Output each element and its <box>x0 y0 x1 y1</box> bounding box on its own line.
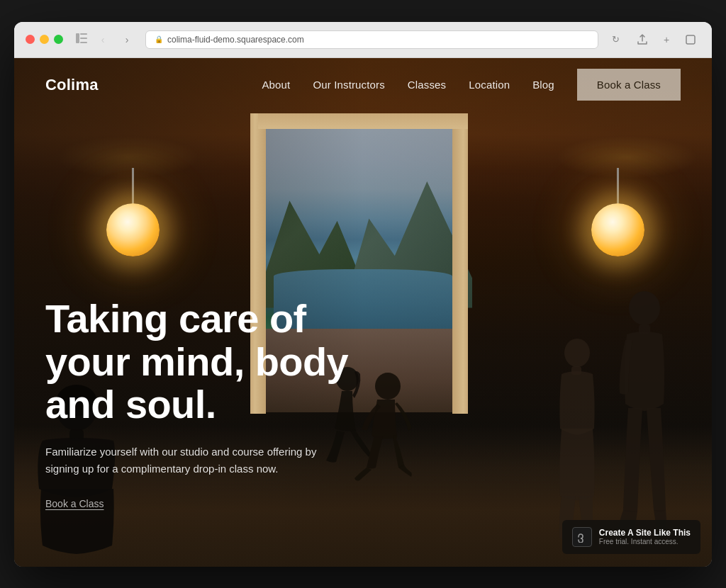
squarespace-text: Create A Site Like This Free trial. Inst… <box>599 528 691 545</box>
browser-titlebar: ‹ › 🔒 colima-fluid-demo.squarespace.com … <box>14 22 712 58</box>
badge-title: Create A Site Like This <box>599 528 691 538</box>
door-frame-top <box>258 113 468 129</box>
pendant-light-right <box>591 168 644 256</box>
nav-links: About Our Instructors Classes Location B… <box>262 69 681 101</box>
badge-subtitle: Free trial. Instant access. <box>599 538 691 545</box>
minimize-button[interactable] <box>40 35 49 44</box>
pendant-cord-left <box>132 168 134 203</box>
book-class-nav-button[interactable]: Book a Class <box>577 69 681 101</box>
tabs-button[interactable] <box>681 31 700 48</box>
lock-icon: 🔒 <box>155 35 163 43</box>
browser-traffic-lights <box>26 35 63 44</box>
browser-actions: + <box>632 31 700 48</box>
book-class-hero-link[interactable]: Book a Class <box>45 498 104 509</box>
squarespace-badge[interactable]: Create A Site Like This Free trial. Inst… <box>562 520 700 554</box>
squarespace-logo <box>572 527 592 547</box>
svg-rect-3 <box>80 42 87 43</box>
browser-window: ‹ › 🔒 colima-fluid-demo.squarespace.com … <box>14 22 712 567</box>
hero-title: Taking care of your mind, body and soul. <box>45 298 386 426</box>
hero-content: Taking care of your mind, body and soul.… <box>45 298 386 509</box>
site-logo[interactable]: Colima <box>45 76 99 94</box>
nav-link-about[interactable]: About <box>262 79 290 91</box>
nav-link-location[interactable]: Location <box>469 79 510 91</box>
svg-rect-1 <box>80 33 87 35</box>
svg-point-10 <box>629 291 660 325</box>
maximize-button[interactable] <box>54 35 63 44</box>
url-text: colima-fluid-demo.squarespace.com <box>167 35 304 45</box>
new-tab-button[interactable]: + <box>657 31 676 48</box>
nav-link-instructors[interactable]: Our Instructors <box>313 79 384 91</box>
nav-link-classes[interactable]: Classes <box>408 79 446 91</box>
pendant-cord-right <box>617 168 619 203</box>
sidebar-icon[interactable] <box>74 31 89 45</box>
website-content: Colima About Our Instructors Classes Loc… <box>14 58 712 567</box>
pendant-globe-left <box>106 203 160 256</box>
pendant-light-left <box>106 168 160 256</box>
svg-rect-4 <box>686 35 695 44</box>
refresh-button[interactable]: ↻ <box>607 31 624 48</box>
share-button[interactable] <box>632 31 652 48</box>
forward-button[interactable]: › <box>117 31 137 48</box>
close-button[interactable] <box>26 35 35 44</box>
browser-nav-buttons: ‹ › <box>74 31 137 48</box>
svg-point-12 <box>564 339 590 367</box>
url-bar[interactable]: 🔒 colima-fluid-demo.squarespace.com <box>145 30 598 49</box>
pendant-globe-right <box>591 203 644 256</box>
svg-rect-2 <box>80 38 87 39</box>
back-button[interactable]: ‹ <box>93 31 113 48</box>
svg-rect-0 <box>76 33 79 43</box>
hero-subtitle: Familiarize yourself with our studio and… <box>45 443 343 477</box>
navigation: Colima About Our Instructors Classes Loc… <box>14 58 712 112</box>
nav-link-blog[interactable]: Blog <box>532 79 554 91</box>
